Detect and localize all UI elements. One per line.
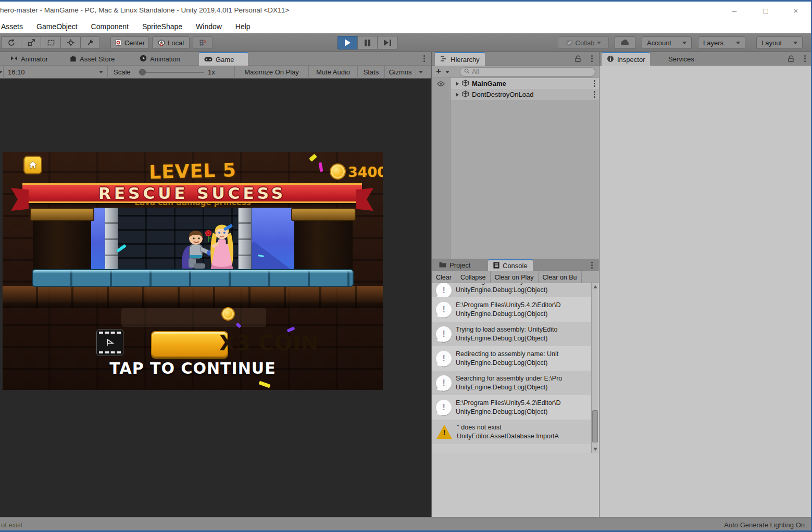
pause-button[interactable] (357, 36, 377, 49)
lock-icon[interactable] (574, 55, 581, 64)
scroll-up-icon[interactable] (593, 285, 597, 288)
close-button[interactable]: × (785, 5, 806, 17)
mute-audio-toggle[interactable]: Mute Audio (308, 66, 357, 79)
collapse-button[interactable]: Collapse (456, 271, 491, 283)
aspect-ratio-dropdown[interactable]: 16:10 (3, 66, 107, 79)
tab-hierarchy[interactable]: Hierarchy (435, 52, 485, 66)
step-button[interactable] (377, 36, 398, 49)
expand-arrow-icon[interactable] (456, 93, 459, 97)
unity-scene-icon (461, 79, 469, 88)
maximize-button[interactable]: □ (755, 5, 776, 17)
log-entry[interactable]: ! Searching for assembly under E:\Pro Un… (432, 371, 592, 395)
hierarchy-row-dontdestroyonload[interactable]: DontDestroyOnLoad (451, 89, 599, 100)
console-icon (493, 262, 499, 270)
log-entry[interactable]: ! Trying to load assembly: UnityEdito Un… (432, 322, 592, 346)
title-bar: hero-master - MainGame - PC, Mac & Linux… (0, 2, 812, 20)
rect-tool-button[interactable] (41, 36, 60, 49)
menu-component[interactable]: Component (91, 22, 129, 31)
row-menu-icon[interactable] (594, 80, 595, 87)
log-icon: ! (436, 302, 452, 318)
rotate-tool-button[interactable] (1, 36, 21, 49)
log-icon: ! (436, 375, 452, 391)
game-panel-menu-icon[interactable] (423, 55, 425, 62)
window-border-top (0, 0, 812, 2)
tab-game[interactable]: Game (199, 52, 248, 66)
clear-button[interactable]: Clear (432, 271, 456, 283)
tab-services[interactable]: Services (668, 52, 694, 66)
transform-tool-button[interactable] (60, 36, 80, 49)
console-scrollbar[interactable] (591, 283, 598, 453)
warning-entry[interactable]: ! '' does not exist UnityEditor.AssetDat… (432, 420, 592, 444)
tab-inspector[interactable]: Inspector (602, 52, 650, 66)
scroll-down-icon[interactable] (593, 448, 597, 451)
status-message[interactable]: ot exist (1, 521, 22, 529)
create-dropdown-icon[interactable] (445, 71, 449, 73)
log-line2: UnityEngine.Debug:Log(Object) (456, 383, 562, 392)
hierarchy-row-maingame[interactable]: MainGame (451, 78, 599, 89)
expand-arrow-icon[interactable] (456, 82, 459, 86)
console-menu-icon[interactable] (591, 262, 593, 269)
tab-hierarchy-label: Hierarchy (451, 56, 480, 64)
hierarchy-menu-icon[interactable] (591, 55, 593, 62)
menu-help[interactable]: Help (235, 22, 251, 31)
tab-console[interactable]: Console (488, 259, 533, 271)
log-entry[interactable]: ! E:\Program Files\Unity5.4.2\Editor\D U… (432, 297, 592, 322)
scrollbar-thumb[interactable] (592, 410, 598, 442)
layout-label: Layout (761, 39, 782, 47)
row-menu-icon[interactable] (594, 91, 595, 98)
menu-gameobject[interactable]: GameObject (36, 22, 78, 31)
scene-visibility-toggle[interactable] (432, 78, 451, 89)
play-video-icon (104, 337, 116, 348)
tab-project[interactable]: Project (434, 259, 476, 271)
gizmos-dropdown[interactable]: Gizmos (384, 66, 416, 79)
pivot-center-button[interactable]: Center (110, 36, 149, 49)
menu-bar: Assets GameObject Component SpriteShape … (0, 20, 812, 33)
minimize-button[interactable]: – (724, 5, 745, 17)
log-entry[interactable]: ! Redirecting to assembly name: Unit Uni… (432, 346, 592, 371)
lock-icon[interactable] (788, 55, 794, 64)
log-line2: UnityEngine.Debug:Log(Object) (456, 334, 557, 343)
clear-on-play-button[interactable]: Clear on Play (491, 271, 539, 283)
log-entry[interactable]: ! Searching for assembly under E:\Pr Uni… (432, 283, 592, 297)
menu-spriteshape[interactable]: SpriteShape (142, 22, 182, 31)
console-log-list: ! Searching for assembly under E:\Pr Uni… (432, 283, 599, 453)
tab-asset-store[interactable]: Asset Store (65, 52, 120, 66)
inspector-menu-icon[interactable] (804, 55, 806, 62)
cloud-button[interactable] (615, 36, 635, 49)
play-button[interactable] (338, 36, 357, 49)
log-entry[interactable]: ! E:\Program Files\Unity5.4.2\Editor\D U… (432, 395, 592, 420)
pivot-local-button[interactable]: Local (152, 36, 190, 49)
custom-tool-button[interactable] (80, 36, 100, 49)
maximize-on-play-toggle[interactable]: Maximize On Play (234, 66, 308, 79)
claim-reward-button[interactable] (151, 331, 228, 357)
tap-to-continue-label[interactable]: TAP TO CONTINUE (3, 359, 383, 377)
collab-button[interactable]: Collab (558, 36, 609, 49)
layout-dropdown[interactable]: Layout (756, 36, 803, 49)
scale-slider-track[interactable] (142, 72, 204, 73)
watch-ad-video-button[interactable] (96, 329, 123, 356)
layers-dropdown[interactable]: Layers (698, 36, 745, 49)
menu-window[interactable]: Window (196, 22, 222, 31)
tab-animator[interactable]: Animator (5, 52, 53, 66)
lava-lit-floor (3, 286, 383, 308)
hierarchy-search-input[interactable]: All (460, 67, 595, 77)
gizmos-dropdown-arrow[interactable] (416, 66, 425, 79)
menu-assets[interactable]: Assets (1, 22, 23, 31)
tab-animation[interactable]: Animation (134, 52, 185, 66)
grid-snap-button[interactable] (193, 36, 213, 49)
search-placeholder: All (472, 68, 479, 75)
scale-slider-knob[interactable] (139, 69, 146, 75)
grid-snap-icon (198, 39, 207, 47)
status-bar: ot exist Auto Generate Lighting On (0, 517, 812, 532)
clear-on-build-button[interactable]: Clear on Bu (539, 271, 582, 283)
create-object-button[interactable]: + (436, 66, 441, 77)
layout-dropdown-icon (793, 42, 797, 44)
reward-multiplier-label: X3 COIN (219, 331, 319, 355)
account-dropdown[interactable]: Account (642, 36, 692, 49)
log-line1: Trying to load assembly: UnityEdito (456, 325, 557, 334)
stats-toggle[interactable]: Stats (357, 66, 384, 79)
scale-tool-button[interactable] (21, 36, 41, 49)
log-line2: UnityEngine.Debug:Log(Object) (456, 286, 558, 295)
search-icon (464, 68, 470, 75)
auto-generate-lighting-status[interactable]: Auto Generate Lighting On (724, 521, 805, 529)
